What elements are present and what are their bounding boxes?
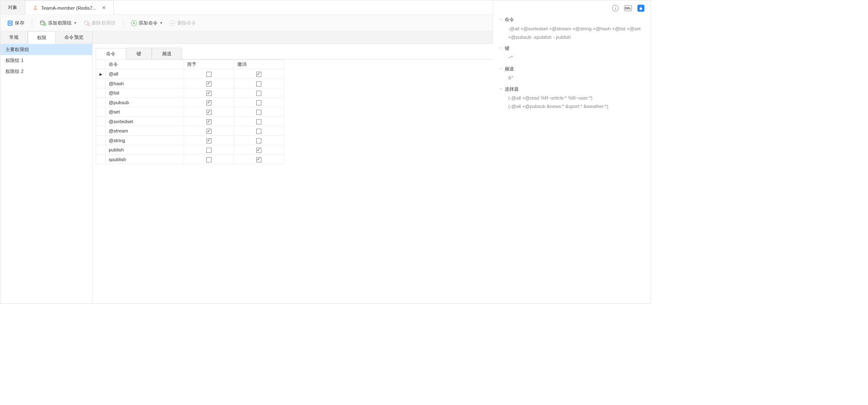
cell-grant[interactable]: [184, 135, 234, 145]
checkbox[interactable]: [256, 91, 261, 96]
cell-revoke[interactable]: [234, 97, 284, 107]
cell-revoke[interactable]: [234, 154, 284, 164]
table-row[interactable]: publish: [96, 145, 284, 155]
col-revoke[interactable]: 撤消: [234, 59, 284, 69]
col-grant-label: 授予: [187, 62, 197, 67]
cell-revoke[interactable]: [234, 88, 284, 98]
tab-permissions[interactable]: 权限: [28, 31, 56, 44]
cell-revoke[interactable]: [234, 126, 284, 136]
summary-header[interactable]: ﹀ 键: [499, 45, 644, 51]
checkbox[interactable]: [206, 100, 211, 105]
checkbox[interactable]: [206, 119, 211, 124]
user-icon: [33, 5, 38, 10]
summary-header[interactable]: ﹀ 选择器: [499, 86, 644, 92]
cell-command[interactable]: @sortedset: [105, 116, 184, 126]
table-row[interactable]: @set: [96, 107, 284, 117]
checkbox[interactable]: [256, 119, 261, 124]
permission-group-item[interactable]: 主要权限组: [0, 44, 92, 55]
inner-tab-command[interactable]: 命令: [96, 48, 126, 59]
ddl-icon[interactable]: DDL: [624, 5, 632, 11]
cell-grant[interactable]: [184, 78, 234, 88]
save-icon: [7, 20, 13, 26]
inner-tab-key[interactable]: 键: [126, 48, 152, 59]
cell-grant[interactable]: [184, 116, 234, 126]
col-marker: [96, 59, 106, 69]
info-icon[interactable]: i: [612, 5, 619, 11]
permission-group-label: 主要权限组: [5, 46, 29, 52]
table-row[interactable]: @string: [96, 135, 284, 145]
checkbox[interactable]: [206, 81, 211, 86]
table-row[interactable]: ▶@all: [96, 69, 284, 79]
cell-command[interactable]: @all: [105, 69, 184, 79]
cell-command[interactable]: spublish: [105, 154, 184, 164]
checkbox[interactable]: [206, 72, 211, 77]
cell-command[interactable]: publish: [105, 145, 184, 155]
table-row[interactable]: @pubsub: [96, 97, 284, 107]
cell-revoke[interactable]: [234, 69, 284, 79]
checkbox[interactable]: [256, 148, 261, 153]
summary-channels: ﹀ 频道 &*: [499, 66, 644, 82]
checkbox[interactable]: [256, 129, 261, 134]
cell-grant[interactable]: [184, 154, 234, 164]
col-grant[interactable]: 授予: [184, 59, 234, 69]
cell-grant[interactable]: [184, 88, 234, 98]
cell-command[interactable]: @set: [105, 107, 184, 117]
col-command[interactable]: 命令: [105, 59, 184, 69]
checkbox[interactable]: [206, 148, 211, 153]
table-row[interactable]: @sortedset: [96, 116, 284, 126]
cell-revoke[interactable]: [234, 145, 284, 155]
cell-command[interactable]: @stream: [105, 126, 184, 136]
checkbox[interactable]: [256, 110, 261, 115]
checkbox[interactable]: [206, 110, 211, 115]
cell-command[interactable]: @list: [105, 88, 184, 98]
checkbox[interactable]: [256, 81, 261, 86]
summary-title: 命令: [505, 17, 514, 23]
checkbox[interactable]: [256, 138, 261, 143]
summary-header[interactable]: ﹀ 频道: [499, 66, 644, 72]
tab-command-preview[interactable]: 命令预览: [56, 31, 93, 43]
checkbox[interactable]: [256, 72, 261, 77]
close-icon[interactable]: ✕: [102, 5, 106, 10]
checkbox[interactable]: [256, 100, 261, 105]
checkbox[interactable]: [206, 138, 211, 143]
row-marker: [96, 97, 106, 107]
cell-grant[interactable]: [184, 107, 234, 117]
delete-group-label: 删除权限组: [92, 20, 115, 26]
lock-icon[interactable]: [638, 5, 645, 12]
checkbox[interactable]: [206, 157, 211, 162]
checkbox[interactable]: [206, 129, 211, 134]
table-row[interactable]: spublish: [96, 154, 284, 164]
tab-objects[interactable]: 对象: [0, 0, 25, 15]
cell-revoke[interactable]: [234, 107, 284, 117]
save-button[interactable]: 保存: [5, 19, 27, 27]
cell-command[interactable]: @string: [105, 135, 184, 145]
row-marker: [96, 126, 106, 136]
summary-header[interactable]: ﹀ 命令: [499, 17, 644, 23]
minus-circle-icon: −: [170, 20, 176, 26]
inner-tab-channel[interactable]: 频道: [152, 48, 182, 59]
cell-command[interactable]: @pubsub: [105, 97, 184, 107]
cell-grant[interactable]: [184, 126, 234, 136]
row-marker: [96, 145, 106, 155]
summary-keys: ﹀ 键 ~*: [499, 45, 644, 61]
checkbox[interactable]: [206, 91, 211, 96]
cell-grant[interactable]: [184, 69, 234, 79]
row-marker: [96, 154, 106, 164]
table-row[interactable]: @list: [96, 88, 284, 98]
permission-group-item[interactable]: 权限组 1: [0, 55, 92, 66]
cell-grant[interactable]: [184, 145, 234, 155]
cell-revoke[interactable]: [234, 135, 284, 145]
table-row[interactable]: @hash: [96, 78, 284, 88]
cell-command[interactable]: @hash: [105, 78, 184, 88]
add-command-button[interactable]: + 添加命令 ▼: [129, 19, 165, 27]
checkbox[interactable]: [256, 157, 261, 162]
cell-grant[interactable]: [184, 97, 234, 107]
add-group-button[interactable]: 添加权限组 ▼: [38, 19, 80, 27]
permission-group-list: 主要权限组 权限组 1 权限组 2: [0, 44, 93, 303]
table-row[interactable]: @stream: [96, 126, 284, 136]
permission-group-item[interactable]: 权限组 2: [0, 66, 92, 77]
cell-revoke[interactable]: [234, 78, 284, 88]
cell-revoke[interactable]: [234, 116, 284, 126]
tab-general[interactable]: 常规: [0, 31, 28, 43]
tab-member[interactable]: TeamA-member (Redis7... ✕: [25, 0, 114, 15]
